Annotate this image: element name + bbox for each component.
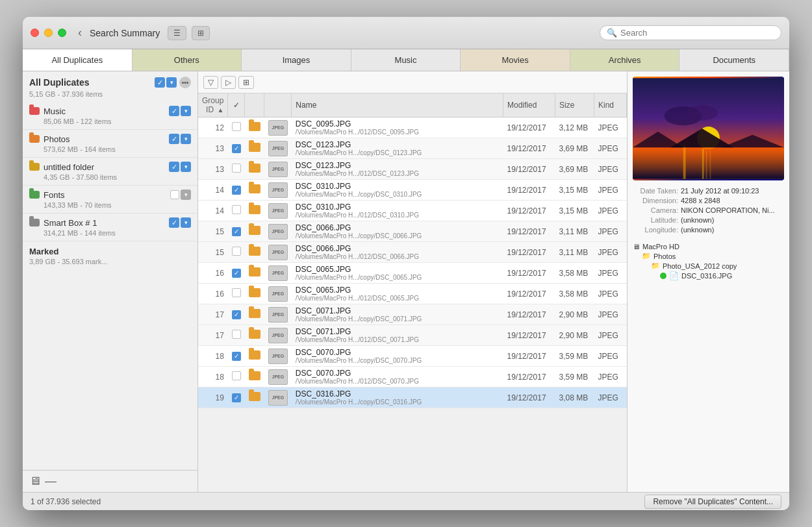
cell-check[interactable]: ✓ bbox=[228, 263, 245, 284]
cell-check[interactable]: ✓ bbox=[228, 180, 245, 201]
add-button[interactable]: 🖥 bbox=[29, 474, 41, 488]
remove-button[interactable]: — bbox=[45, 474, 57, 488]
fonts-dropdown[interactable]: ▾ bbox=[181, 190, 191, 200]
minimize-button[interactable] bbox=[44, 29, 53, 37]
table-row[interactable]: 14 JPEG DSC_0310.JPG /Volumes/MacPro H..… bbox=[198, 201, 627, 221]
untitled-dropdown[interactable]: ▾ bbox=[181, 162, 191, 172]
checkbox-unchecked[interactable] bbox=[232, 205, 241, 214]
back-button[interactable]: ‹ bbox=[75, 25, 84, 41]
checkbox-checked[interactable]: ✓ bbox=[232, 352, 241, 361]
checkbox-checked[interactable]: ✓ bbox=[232, 186, 241, 195]
remove-content-button[interactable]: Remove "All Duplicates" Content... bbox=[644, 495, 781, 509]
table-row[interactable]: 13 JPEG DSC_0123.JPG /Volumes/MacPro H..… bbox=[198, 159, 627, 180]
grid-button[interactable]: ⊞ bbox=[238, 76, 254, 89]
svg-rect-9 bbox=[702, 149, 704, 179]
checkbox-unchecked[interactable] bbox=[232, 247, 241, 256]
all-duplicates-checkbox[interactable]: ✓ bbox=[155, 77, 165, 88]
tab-movies[interactable]: Movies bbox=[461, 49, 570, 71]
table-row[interactable]: 17 ✓ JPEG DSC_0071.JPG /Volumes/MacPro H… bbox=[198, 304, 627, 325]
table-row[interactable]: 15 JPEG DSC_0066.JPG /Volumes/MacPro H..… bbox=[198, 242, 627, 263]
cell-modified: 19/12/2017 bbox=[503, 304, 555, 325]
toolbar-icons: ☰ ⊞ bbox=[168, 26, 210, 40]
tab-archives[interactable]: Archives bbox=[570, 49, 680, 71]
tree-file: 📄 DSC_0316.JPG bbox=[633, 271, 784, 281]
cell-check[interactable] bbox=[228, 117, 245, 138]
music-checkbox[interactable]: ✓ bbox=[169, 106, 179, 116]
table-row[interactable]: 12 JPEG DSC_0095.JPG /Volumes/MacPro H..… bbox=[198, 117, 627, 138]
cell-check[interactable]: ✓ bbox=[228, 221, 245, 242]
photos-dropdown[interactable]: ▾ bbox=[181, 134, 191, 144]
cell-check[interactable]: ✓ bbox=[228, 304, 245, 325]
tab-documents[interactable]: Documents bbox=[679, 49, 789, 71]
table-row[interactable]: 16 JPEG DSC_0065.JPG /Volumes/MacPro H..… bbox=[198, 284, 627, 304]
cell-kind: JPEG bbox=[594, 180, 627, 201]
smartbox-dropdown[interactable]: ▾ bbox=[181, 217, 191, 228]
tab-music[interactable]: Music bbox=[351, 49, 461, 71]
filter-button[interactable]: ▽ bbox=[203, 76, 218, 89]
untitled-checkbox[interactable]: ✓ bbox=[169, 162, 179, 172]
maximize-button[interactable] bbox=[58, 29, 66, 37]
cell-check[interactable]: ✓ bbox=[228, 387, 245, 408]
tab-images[interactable]: Images bbox=[242, 49, 351, 71]
checkbox-checked[interactable]: ✓ bbox=[232, 393, 241, 402]
longitude-label: Longitude: bbox=[633, 226, 678, 234]
checkbox-checked[interactable]: ✓ bbox=[232, 144, 241, 153]
table-row[interactable]: 13 ✓ JPEG DSC_0123.JPG /Volumes/MacPro H… bbox=[198, 138, 627, 159]
smartbox-check[interactable]: ✓ ▾ bbox=[169, 217, 191, 228]
cell-check[interactable] bbox=[228, 242, 245, 263]
folder-icon-small bbox=[249, 122, 260, 131]
all-duplicates-check[interactable]: ✓ ▾ bbox=[155, 77, 177, 88]
checkbox-unchecked[interactable] bbox=[232, 164, 241, 173]
tab-all-duplicates[interactable]: All Duplicates bbox=[23, 49, 133, 71]
photos-check[interactable]: ✓ ▾ bbox=[169, 134, 191, 144]
file-path: /Volumes/MacPro H.../copy/DSC_0065.JPG bbox=[296, 274, 425, 281]
cell-check[interactable]: ✓ bbox=[228, 346, 245, 367]
search-input[interactable] bbox=[620, 28, 774, 38]
checkbox-checked[interactable]: ✓ bbox=[232, 227, 241, 236]
checkbox-checked[interactable]: ✓ bbox=[232, 310, 241, 319]
table-row[interactable]: 18 ✓ JPEG DSC_0070.JPG /Volumes/MacPro H… bbox=[198, 346, 627, 367]
cell-name: DSC_0310.JPG /Volumes/MacPro H.../copy/D… bbox=[292, 180, 503, 201]
checkbox-unchecked[interactable] bbox=[232, 122, 241, 131]
cell-group-id: 17 bbox=[198, 325, 228, 346]
cell-check[interactable]: ✓ bbox=[228, 138, 245, 159]
cell-kind: JPEG bbox=[594, 242, 627, 263]
sidebar-item-smartbox-header: Smart Box # 1 ✓ ▾ bbox=[29, 217, 191, 228]
table-row[interactable]: 14 ✓ JPEG DSC_0310.JPG /Volumes/MacPro H… bbox=[198, 180, 627, 201]
checkbox-unchecked[interactable] bbox=[232, 288, 241, 297]
smartbox-checkbox[interactable]: ✓ bbox=[169, 217, 179, 228]
table-row[interactable]: 16 ✓ JPEG DSC_0065.JPG /Volumes/MacPro H… bbox=[198, 263, 627, 284]
cell-check[interactable] bbox=[228, 159, 245, 180]
cell-check[interactable] bbox=[228, 325, 245, 346]
fonts-checkbox[interactable] bbox=[170, 190, 179, 199]
cell-folder bbox=[245, 263, 264, 284]
table-row[interactable]: 18 JPEG DSC_0070.JPG /Volumes/MacPro H..… bbox=[198, 367, 627, 387]
table-row[interactable]: 19 ✓ JPEG DSC_0316.JPG /Volumes/MacPro H… bbox=[198, 387, 627, 408]
fonts-check[interactable]: ▾ bbox=[170, 190, 191, 200]
list-view-button[interactable]: ☰ bbox=[168, 26, 186, 40]
col-group-id[interactable]: Group ID ▲ bbox=[198, 93, 228, 117]
cell-check[interactable] bbox=[228, 284, 245, 304]
untitled-check[interactable]: ✓ ▾ bbox=[169, 162, 191, 172]
tab-others[interactable]: Others bbox=[133, 49, 242, 71]
table-row[interactable]: 15 ✓ JPEG DSC_0066.JPG /Volumes/MacPro H… bbox=[198, 221, 627, 242]
search-bar[interactable]: 🔍 bbox=[600, 25, 781, 40]
grid-view-button[interactable]: ⊞ bbox=[192, 26, 210, 40]
close-button[interactable] bbox=[31, 29, 39, 37]
music-dropdown[interactable]: ▾ bbox=[181, 106, 191, 116]
table-row[interactable]: 17 JPEG DSC_0071.JPG /Volumes/MacPro H..… bbox=[198, 325, 627, 346]
all-duplicates-dropdown[interactable]: ▾ bbox=[166, 77, 177, 88]
sidebar-item-untitled: untitled folder ✓ ▾ 4,35 GB - 37.580 ite… bbox=[23, 158, 197, 186]
all-duplicates-more[interactable]: ••• bbox=[179, 77, 191, 88]
music-check[interactable]: ✓ ▾ bbox=[169, 106, 191, 116]
checkbox-checked[interactable]: ✓ bbox=[232, 269, 241, 278]
cell-check[interactable] bbox=[228, 201, 245, 221]
checkbox-unchecked[interactable] bbox=[232, 371, 241, 380]
cell-name: DSC_0065.JPG /Volumes/MacPro H.../012/DS… bbox=[292, 284, 503, 304]
sidebar-item-photos-header: Photos ✓ ▾ bbox=[29, 134, 191, 144]
play-button[interactable]: ▷ bbox=[221, 76, 236, 89]
cell-check[interactable] bbox=[228, 367, 245, 387]
photos-checkbox[interactable]: ✓ bbox=[169, 134, 179, 144]
checkbox-unchecked[interactable] bbox=[232, 330, 241, 339]
file-name: DSC_0070.JPG bbox=[296, 348, 500, 357]
